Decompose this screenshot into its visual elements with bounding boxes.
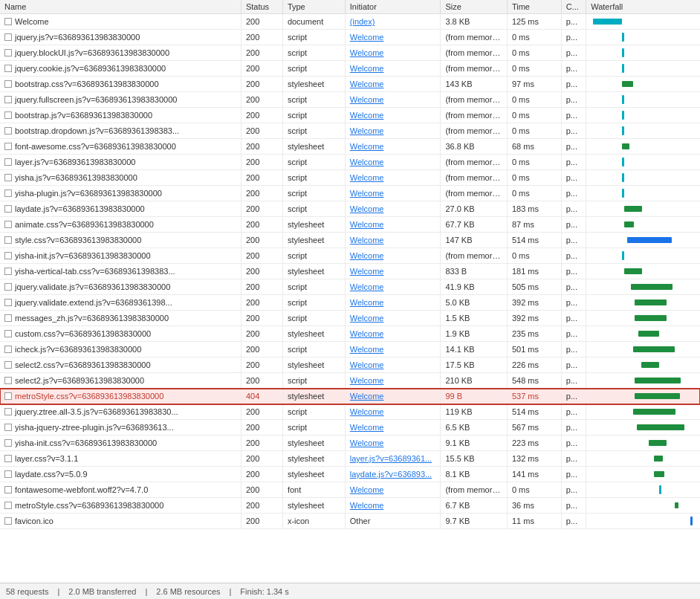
row-checkbox[interactable] — [4, 330, 12, 337]
header-c[interactable]: C... — [561, 0, 586, 14]
table-row[interactable]: favicon.ico200x-iconOther9.7 KB11 msp... — [0, 514, 700, 529]
row-initiator[interactable]: Welcome — [345, 264, 441, 279]
row-initiator[interactable]: Welcome — [345, 248, 441, 264]
row-checkbox[interactable] — [4, 470, 12, 478]
row-initiator[interactable]: Welcome — [345, 436, 441, 451]
row-initiator[interactable]: Welcome — [345, 123, 441, 139]
table-row[interactable]: yisha.js?v=636893613983830000200scriptWe… — [0, 170, 700, 186]
row-checkbox[interactable] — [4, 424, 12, 431]
row-checkbox[interactable] — [4, 361, 12, 369]
table-row[interactable]: animate.css?v=636893613983830000200style… — [0, 217, 700, 233]
header-waterfall[interactable]: Waterfall — [586, 0, 700, 14]
table-row[interactable]: jquery.validate.extend.js?v=63689361398.… — [0, 295, 700, 311]
row-initiator[interactable]: Welcome — [345, 108, 441, 123]
row-initiator[interactable]: Other — [345, 514, 441, 529]
table-row[interactable]: jquery.fullscreen.js?v=63689361398383000… — [0, 92, 700, 108]
row-checkbox[interactable] — [4, 392, 12, 400]
table-row[interactable]: messages_zh.js?v=636893613983830000200sc… — [0, 311, 700, 326]
table-row[interactable]: jquery.cookie.js?v=636893613983830000200… — [0, 61, 700, 77]
row-checkbox[interactable] — [4, 252, 12, 259]
row-initiator[interactable]: Welcome — [345, 170, 441, 186]
row-initiator[interactable]: laydate.js?v=636893... — [345, 467, 441, 482]
row-checkbox[interactable] — [4, 127, 12, 135]
row-initiator[interactable]: Welcome — [345, 295, 441, 311]
header-size[interactable]: Size — [441, 0, 508, 14]
header-time[interactable]: Time — [507, 0, 561, 14]
row-checkbox[interactable] — [4, 190, 12, 197]
table-row[interactable]: laydate.css?v=5.0.9200stylesheetlaydate.… — [0, 467, 700, 482]
header-initiator[interactable]: Initiator — [345, 0, 441, 14]
table-row[interactable]: style.css?v=636893613983830000200stylesh… — [0, 233, 700, 248]
row-initiator[interactable]: Welcome — [345, 139, 441, 155]
table-row[interactable]: fontawesome-webfont.woff2?v=4.7.0200font… — [0, 482, 700, 498]
row-checkbox[interactable] — [4, 80, 12, 88]
table-row[interactable]: metroStyle.css?v=636893613983830000200st… — [0, 498, 700, 514]
row-initiator[interactable]: Welcome — [345, 233, 441, 248]
row-checkbox[interactable] — [4, 18, 12, 25]
header-name[interactable]: Name — [0, 0, 241, 14]
table-row[interactable]: custom.css?v=636893613983830000200styles… — [0, 326, 700, 342]
row-checkbox[interactable] — [4, 143, 12, 150]
header-type[interactable]: Type — [282, 0, 345, 14]
row-initiator[interactable]: Welcome — [345, 61, 441, 77]
row-initiator[interactable]: Welcome — [345, 342, 441, 357]
table-row[interactable]: select2.js?v=636893613983830000200script… — [0, 373, 700, 389]
row-checkbox[interactable] — [4, 65, 12, 72]
row-initiator[interactable]: Welcome — [345, 201, 441, 217]
row-initiator[interactable]: Welcome — [345, 326, 441, 342]
table-row[interactable]: bootstrap.dropdown.js?v=63689361398383..… — [0, 123, 700, 139]
row-checkbox[interactable] — [4, 236, 12, 244]
row-initiator[interactable]: Welcome — [345, 92, 441, 108]
table-row[interactable]: layer.css?v=3.1.1200stylesheetlayer.js?v… — [0, 451, 700, 467]
row-checkbox[interactable] — [4, 455, 12, 462]
row-initiator[interactable]: Welcome — [345, 404, 441, 420]
row-checkbox[interactable] — [4, 299, 12, 306]
table-row[interactable]: laydate.js?v=636893613983830000200script… — [0, 201, 700, 217]
row-initiator[interactable]: Welcome — [345, 279, 441, 295]
table-row[interactable]: jquery.ztree.all-3.5.js?v=63689361398383… — [0, 404, 700, 420]
row-initiator[interactable]: Welcome — [345, 357, 441, 373]
row-initiator[interactable]: layer.js?v=63689361... — [345, 451, 441, 467]
table-row[interactable]: jquery.js?v=636893613983830000200scriptW… — [0, 30, 700, 45]
row-checkbox[interactable] — [4, 111, 12, 119]
table-row[interactable]: bootstrap.js?v=636893613983830000200scri… — [0, 108, 700, 123]
row-initiator[interactable]: Welcome — [345, 77, 441, 92]
row-initiator[interactable]: Welcome — [345, 498, 441, 514]
row-initiator[interactable]: Welcome — [345, 311, 441, 326]
table-row[interactable]: Welcome200document(index)3.8 KB125 msp..… — [0, 14, 700, 30]
network-table-wrapper[interactable]: Name Status Type Initiator Size Time C..… — [0, 0, 700, 577]
row-initiator[interactable]: Welcome — [345, 482, 441, 498]
table-row[interactable]: yisha-init.css?v=636893613983830000200st… — [0, 436, 700, 451]
row-checkbox[interactable] — [4, 221, 12, 228]
table-row[interactable]: layer.js?v=636893613983830000200scriptWe… — [0, 155, 700, 170]
row-checkbox[interactable] — [4, 502, 12, 509]
row-checkbox[interactable] — [4, 268, 12, 275]
row-checkbox[interactable] — [4, 49, 12, 56]
row-checkbox[interactable] — [4, 33, 12, 41]
table-row[interactable]: jquery.blockUI.js?v=63689361398383000020… — [0, 45, 700, 61]
row-checkbox[interactable] — [4, 158, 12, 166]
row-initiator[interactable]: Welcome — [345, 217, 441, 233]
header-status[interactable]: Status — [241, 0, 282, 14]
row-initiator[interactable]: (index) — [345, 14, 441, 30]
row-checkbox[interactable] — [4, 96, 12, 103]
row-checkbox[interactable] — [4, 486, 12, 493]
row-initiator[interactable]: Welcome — [345, 45, 441, 61]
table-row[interactable]: select2.css?v=636893613983830000200style… — [0, 357, 700, 373]
row-initiator[interactable]: Welcome — [345, 373, 441, 389]
table-row[interactable]: yisha-plugin.js?v=636893613983830000200s… — [0, 186, 700, 201]
table-row[interactable]: metroStyle.css?v=636893613983830000404st… — [0, 389, 700, 404]
row-checkbox[interactable] — [4, 517, 12, 525]
row-initiator[interactable]: Welcome — [345, 30, 441, 45]
row-initiator[interactable]: Welcome — [345, 155, 441, 170]
row-checkbox[interactable] — [4, 439, 12, 447]
row-checkbox[interactable] — [4, 174, 12, 181]
row-initiator[interactable]: Welcome — [345, 420, 441, 436]
table-row[interactable]: jquery.validate.js?v=6368936139838300002… — [0, 279, 700, 295]
row-checkbox[interactable] — [4, 314, 12, 322]
table-row[interactable]: font-awesome.css?v=636893613983830000200… — [0, 139, 700, 155]
table-row[interactable]: yisha-vertical-tab.css?v=63689361398383.… — [0, 264, 700, 279]
row-checkbox[interactable] — [4, 377, 12, 384]
row-initiator[interactable]: Welcome — [345, 389, 441, 404]
row-checkbox[interactable] — [4, 346, 12, 353]
